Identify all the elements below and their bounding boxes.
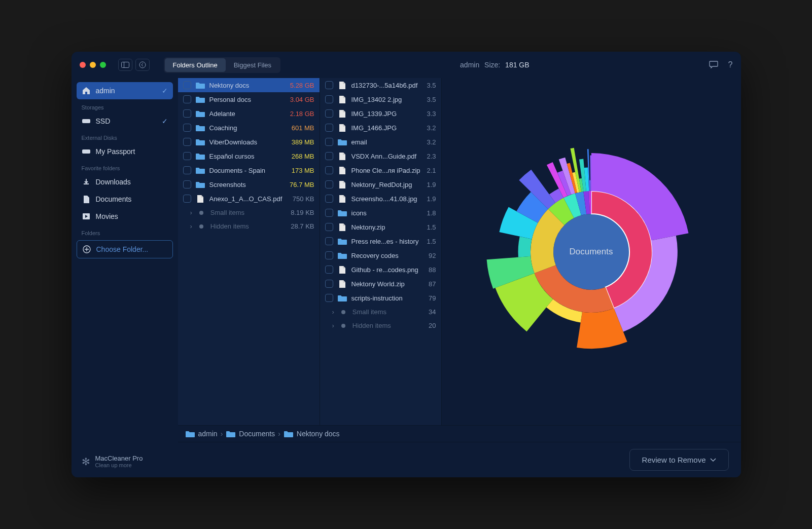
item-size: 34: [429, 308, 436, 316]
checkbox[interactable]: [183, 195, 191, 203]
feedback-icon[interactable]: [709, 60, 718, 69]
item-name: Small items: [210, 209, 287, 216]
sunburst-chart[interactable]: Documents: [442, 78, 741, 425]
list-item[interactable]: VSDX Ann...Guide.pdf2.3: [320, 149, 441, 163]
list-item[interactable]: Coaching601 MB: [178, 121, 320, 135]
tab-biggest-files[interactable]: Biggest Files: [226, 58, 279, 72]
list-item[interactable]: email3.2: [320, 135, 441, 149]
list-item[interactable]: IMG_1466.JPG3.2: [320, 121, 441, 135]
checkbox[interactable]: [183, 138, 191, 146]
disk-icon: [82, 117, 91, 126]
checkbox[interactable]: [325, 166, 333, 174]
checkbox[interactable]: [325, 124, 333, 132]
item-size: 87: [429, 280, 436, 288]
list-item[interactable]: scripts-instruction79: [320, 291, 441, 305]
close-window-button[interactable]: [80, 62, 86, 68]
list-item[interactable]: Phone Cle...ля iPad.zip2.1: [320, 163, 441, 177]
checkbox[interactable]: [183, 95, 191, 103]
sidebar-fav-movies[interactable]: Movies: [77, 208, 173, 225]
sidebar-external-passport[interactable]: My Passport: [77, 143, 173, 160]
toolbar: Folders Outline Biggest Files admin Size…: [72, 52, 741, 78]
list-item[interactable]: Anexo_1_A...O_CAS.pdf750 KB: [178, 192, 320, 206]
file-icon: [337, 124, 347, 132]
list-item[interactable]: Documents - Spain173 MB: [178, 163, 320, 177]
checkbox[interactable]: [325, 237, 333, 245]
list-item[interactable]: Español cursos268 MB: [178, 149, 320, 163]
checkbox[interactable]: [325, 81, 333, 89]
list-item[interactable]: Nektony docs5.28 GB: [178, 78, 320, 92]
list-item[interactable]: icons1.8: [320, 206, 441, 220]
choose-folder-button[interactable]: Choose Folder...: [77, 240, 173, 258]
list-item[interactable]: Adelante2.18 GB: [178, 106, 320, 121]
checkbox[interactable]: [325, 95, 333, 103]
checkbox[interactable]: [325, 209, 333, 217]
checkbox[interactable]: [325, 195, 333, 203]
checkbox[interactable]: [325, 251, 333, 259]
list-sub-item[interactable]: ›Small items34: [320, 305, 441, 319]
checkbox[interactable]: [325, 294, 333, 302]
checkbox[interactable]: [183, 166, 191, 174]
breadcrumb-item[interactable]: Nektony docs: [284, 430, 340, 438]
help-icon[interactable]: ?: [728, 60, 733, 69]
checkbox[interactable]: [183, 152, 191, 160]
tab-folders-outline[interactable]: Folders Outline: [165, 58, 226, 72]
app-window: Folders Outline Biggest Files admin Size…: [72, 52, 741, 477]
svg-rect-3: [82, 119, 90, 123]
list-item[interactable]: Github - re...codes.png88: [320, 262, 441, 277]
checkbox[interactable]: [325, 138, 333, 146]
list-item[interactable]: ViberDownloads389 MB: [178, 135, 320, 149]
sidebar-user-home[interactable]: admin ✓: [77, 82, 173, 99]
list-item[interactable]: d132730-...5a14b6.pdf3.5: [320, 78, 441, 92]
sidebar-toggle-button[interactable]: [118, 59, 132, 71]
list-sub-item[interactable]: ›Hidden items20: [320, 319, 441, 332]
list-item[interactable]: Personal docs3.04 GB: [178, 92, 320, 106]
back-button[interactable]: [135, 59, 150, 71]
minimize-window-button[interactable]: [90, 62, 96, 68]
list-item[interactable]: Screenshots76.7 MB: [178, 177, 320, 192]
item-name: Screensho....41.08.jpg: [351, 195, 423, 203]
list-item[interactable]: Press rele...es - history1.5: [320, 234, 441, 248]
list-sub-item[interactable]: ›Small items8.19 KB: [178, 206, 320, 219]
review-to-remove-button[interactable]: Review to Remove: [629, 449, 729, 471]
item-name: Español cursos: [209, 153, 288, 160]
item-name: Small items: [352, 308, 425, 316]
list-item[interactable]: IMG_1339.JPG3.3: [320, 106, 441, 121]
folder-icon: [195, 95, 205, 103]
checkbox[interactable]: [183, 124, 191, 132]
sidebar-storage-ssd[interactable]: SSD ✓: [77, 112, 173, 130]
sidebar-item-label: Downloads: [96, 178, 131, 186]
list-item[interactable]: Nektony.zip1.5: [320, 220, 441, 234]
breadcrumb-item[interactable]: admin: [185, 430, 218, 438]
list-sub-item[interactable]: ›Hidden items28.7 KB: [178, 219, 320, 233]
checkbox[interactable]: [183, 109, 191, 118]
app-promo-icon: ✻: [82, 456, 90, 468]
dot-icon: [341, 310, 345, 314]
sidebar-footer-promo[interactable]: ✻ MacCleaner Pro Clean up more: [77, 449, 173, 473]
item-name: Personal docs: [209, 96, 286, 103]
checkbox[interactable]: [325, 180, 333, 188]
checkbox[interactable]: [325, 280, 333, 288]
checkbox[interactable]: [183, 180, 191, 188]
item-name: Documents - Spain: [209, 167, 288, 174]
breadcrumb-separator: ›: [278, 430, 280, 438]
list-item[interactable]: Nektony_RedDot.jpg1.9: [320, 177, 441, 192]
list-item[interactable]: Nektony World.zip87: [320, 277, 441, 291]
list-item[interactable]: IMG_13402 2.jpg3.5: [320, 92, 441, 106]
checkbox[interactable]: [325, 223, 333, 231]
sidebar-item-label: admin: [96, 87, 115, 95]
file-icon: [337, 223, 347, 231]
checkbox[interactable]: [325, 152, 333, 160]
list-item[interactable]: Screensho....41.08.jpg1.9: [320, 192, 441, 206]
item-name: Anexo_1_A...O_CAS.pdf: [209, 195, 289, 203]
list-item[interactable]: Recovery codes92: [320, 248, 441, 262]
content-area: Nektony docs5.28 GBPersonal docs3.04 GBA…: [178, 78, 741, 477]
checkbox[interactable]: [183, 81, 191, 89]
breadcrumb-item[interactable]: Documents: [226, 430, 275, 438]
checkbox[interactable]: [325, 266, 333, 274]
sidebar-fav-documents[interactable]: Documents: [77, 191, 173, 208]
folder-icon: [337, 209, 347, 217]
item-name: IMG_1466.JPG: [351, 124, 423, 132]
checkbox[interactable]: [325, 109, 333, 118]
sidebar-fav-downloads[interactable]: Downloads: [77, 173, 173, 191]
maximize-window-button[interactable]: [100, 62, 106, 68]
